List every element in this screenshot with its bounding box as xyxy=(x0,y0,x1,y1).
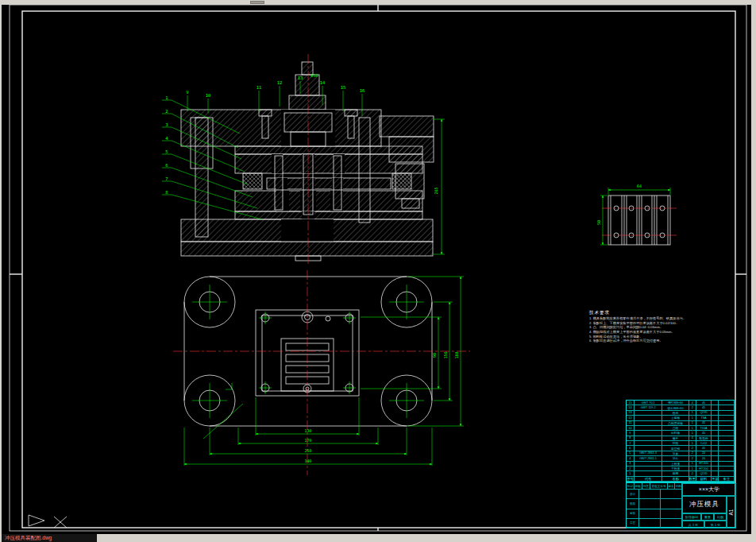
title-block-header-cell: 更改文件号 xyxy=(650,483,668,490)
university-name: ×××大学 xyxy=(682,483,736,496)
vertical-scrollbar[interactable] xyxy=(751,0,756,542)
dim-label: 156 xyxy=(443,351,448,358)
dim-label: 130 xyxy=(304,428,311,433)
title-block-cell xyxy=(661,499,682,509)
bom-header-cell: 数量 xyxy=(689,477,696,482)
bom-header-cell: 备注 xyxy=(719,477,735,482)
status-bar xyxy=(0,534,756,542)
sheet-size: A1 xyxy=(727,496,736,528)
bom-header-cell: 材料 xyxy=(696,477,712,482)
title-block-header-cell: 日期 xyxy=(675,483,682,490)
bom-header-cell: 名称 xyxy=(662,477,689,482)
title-block-header-cell: 标记 xyxy=(627,483,634,490)
note-line: 6. 装配后应进行试冲，冲件合格后方可交付使用。 xyxy=(589,339,710,343)
title-block-header-cell: 签名 xyxy=(668,483,675,490)
projection-symbol xyxy=(29,515,67,528)
balloon-number: 10 xyxy=(206,93,211,98)
title-block-row: 设计 xyxy=(627,490,682,499)
balloon-number: 14 xyxy=(320,80,326,85)
total-sheets-cell: 共 1 张 xyxy=(682,521,704,528)
title-block-cell: 设计 xyxy=(627,490,639,499)
title-block-cell: 审核 xyxy=(627,509,639,519)
dim-label: 90 xyxy=(432,353,437,358)
scale-cell: 比例 xyxy=(714,513,727,521)
dim-label: 265 xyxy=(434,187,438,194)
balloon-number: 12 xyxy=(277,80,283,85)
title-block-header-row: 标记处数分区更改文件号签名日期 xyxy=(627,483,682,490)
sheet-number-cell: 第 1 张 xyxy=(704,521,727,528)
title-block-row: 校核 xyxy=(627,499,682,509)
dim-label: 340 xyxy=(304,459,311,463)
scrollbar-thumb[interactable] xyxy=(250,1,264,4)
title-block: 标记处数分区更改文件号签名日期 设计校核审核工艺 ×××大学 冲压模具 A1 阶… xyxy=(626,482,735,528)
title-block-cell xyxy=(639,519,661,528)
title-block-cell xyxy=(639,509,661,519)
title-block-row: 审核 xyxy=(627,509,682,519)
balloon-number: 1 xyxy=(165,95,168,100)
title-block-cell: 校核 xyxy=(627,499,639,509)
title-block-header-cell: 分区 xyxy=(642,483,650,490)
balloon-number: 6 xyxy=(165,163,168,168)
strip-layout-view xyxy=(600,188,677,245)
balloon-number: 2 xyxy=(165,109,168,114)
stage-mark-cell: 阶段标记 xyxy=(682,513,701,521)
plan-view xyxy=(173,270,470,475)
balloon-number: 11 xyxy=(256,85,262,90)
dim-label: 188 xyxy=(454,351,459,358)
title-block-row: 工艺 xyxy=(627,519,682,528)
title-block-cell xyxy=(661,509,682,519)
balloon-number: 7 xyxy=(165,176,168,181)
sheet-size-label: A1 xyxy=(728,509,734,516)
dim-label: 250 xyxy=(304,448,311,453)
title-block-cell: 工艺 xyxy=(627,519,639,528)
bom-header-cell: 序号 xyxy=(627,477,634,482)
bom-header-row: 序号代号名称数量材料单重备注 xyxy=(627,477,735,482)
balloon-number: 3 xyxy=(165,122,168,127)
dim-label: 170 xyxy=(304,438,311,443)
balloon-number: 16 xyxy=(360,88,365,93)
weight-cell: 重量 xyxy=(701,513,714,521)
dim-label: 64 xyxy=(637,184,642,188)
technical-notes: 技术要求 1. 模具装配前应将所有零件清洗干净，不得有毛刺、铁屑及油污。2. 装… xyxy=(589,310,710,343)
status-text: 冲压模具装配图.dwg xyxy=(2,534,97,542)
drawing-title: 冲压模具 xyxy=(682,496,727,513)
title-block-cell xyxy=(661,490,682,499)
bom-table: 15GB/T 70.1螺钉M8×6044514GB/T 119.2圆柱销8×60… xyxy=(626,400,735,482)
title-block-cell xyxy=(661,519,682,528)
section-view xyxy=(181,54,445,265)
title-block-cell xyxy=(639,499,661,509)
title-block-cell xyxy=(639,490,661,499)
title-block-signature-rows: 设计校核审核工艺 xyxy=(627,490,682,528)
horizontal-scrollbar[interactable] xyxy=(0,0,756,5)
open-file-name: 冲压模具装配图.dwg xyxy=(5,535,52,540)
balloon-number: 15 xyxy=(341,85,346,90)
left-window-edge xyxy=(0,0,2,542)
balloon-number: 5 xyxy=(165,149,168,154)
balloon-number: 9 xyxy=(186,90,188,95)
balloon-number: 8 xyxy=(165,190,168,195)
dim-label: Ø50 xyxy=(310,73,318,78)
balloon-number: 4 xyxy=(165,136,168,141)
title-block-header-cell: 处数 xyxy=(634,483,642,490)
bom-header-cell: 代号 xyxy=(634,477,662,482)
notes-title: 技术要求 xyxy=(589,310,710,316)
dim-label: 50 xyxy=(596,220,601,225)
balloon-number: 13 xyxy=(298,75,303,80)
bom-header-cell: 单重 xyxy=(712,477,719,482)
